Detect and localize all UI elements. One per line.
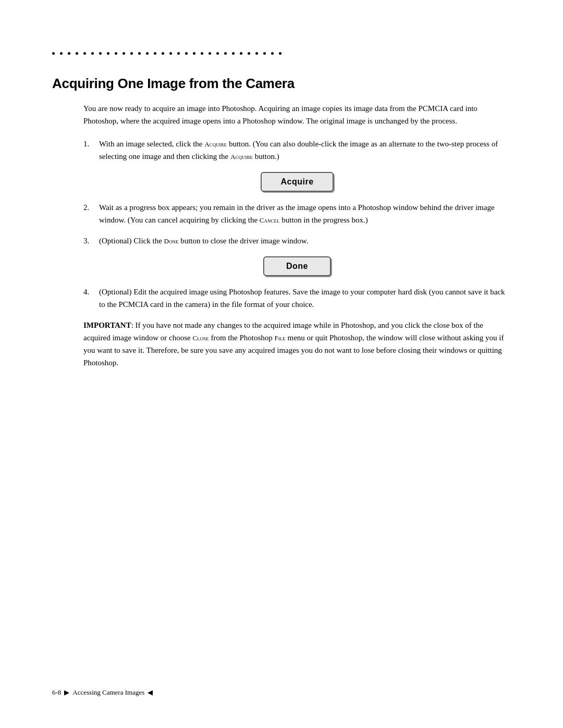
dot [209, 52, 211, 55]
dot [185, 52, 188, 55]
numbered-list-3: 4. (Optional) Edit the acquired image us… [83, 286, 511, 311]
footer-page-ref: 6-8 [52, 688, 61, 697]
cancel-smallcaps: Cancel [260, 216, 280, 224]
done-button-container: Done [83, 256, 511, 276]
acquire-smallcaps-1: Acquire [204, 140, 227, 148]
list-item-4: 4. (Optional) Edit the acquired image us… [83, 286, 511, 311]
dot [83, 52, 86, 55]
close-smallcaps: Close [193, 334, 209, 342]
acquire-button[interactable]: Acquire [261, 172, 333, 192]
dot [138, 52, 141, 55]
list-item: 1. With an image selected, click the Acq… [83, 138, 511, 163]
list-number-3: 3. [83, 235, 99, 247]
list-item-2: 2. Wait as a progress box appears; you r… [83, 201, 511, 226]
dot [216, 52, 219, 55]
important-block: IMPORTANT: If you have not made any chan… [83, 319, 511, 369]
list-item-2-content: Wait as a progress box appears; you rema… [99, 201, 511, 226]
list-number-2: 2. [83, 201, 99, 214]
file-smallcaps: File [275, 334, 286, 342]
list-item-1-content: With an image selected, click the Acquir… [99, 138, 511, 163]
page: Acquiring One Image from the Camera You … [0, 0, 563, 728]
dot [193, 52, 195, 55]
dot [146, 52, 149, 55]
dot [154, 52, 156, 55]
list-number: 1. [83, 138, 99, 150]
list-number-4: 4. [83, 286, 99, 298]
footer-arrow-left: ◀ [148, 688, 153, 697]
list-item-3: 3. (Optional) Click the Done button to c… [83, 235, 511, 247]
dot [130, 52, 133, 55]
dot [255, 52, 258, 55]
important-text-2: from the Photoshop [209, 334, 275, 342]
important-label: IMPORTANT [83, 321, 131, 329]
dot [248, 52, 250, 55]
dot [271, 52, 274, 55]
dot [68, 52, 70, 55]
list-item-3-content: (Optional) Click the Done button to clos… [99, 235, 511, 247]
dot [107, 52, 109, 55]
dot [169, 52, 172, 55]
dot [76, 52, 78, 55]
footer-section-name: Accessing Camera Images [72, 688, 144, 697]
footer-arrow-right: ▶ [64, 688, 69, 697]
dot [60, 52, 63, 55]
section-title: Acquiring One Image from the Camera [52, 76, 511, 92]
dot [201, 52, 203, 55]
intro-paragraph: You are now ready to acquire an image in… [83, 102, 511, 127]
dot [115, 52, 117, 55]
dot-divider [52, 42, 511, 55]
dot [123, 52, 125, 55]
done-smallcaps: Done [164, 237, 179, 245]
dot [162, 52, 164, 55]
dot [52, 52, 55, 55]
footer: 6-8 ▶ Accessing Camera Images ◀ [52, 688, 153, 697]
acquire-smallcaps-2: Acquire [230, 153, 253, 161]
dot [91, 52, 94, 55]
numbered-list: 1. With an image selected, click the Acq… [83, 138, 511, 163]
dot [232, 52, 235, 55]
content-area: You are now ready to acquire an image in… [83, 102, 511, 369]
dot [240, 52, 242, 55]
acquire-button-container: Acquire [83, 172, 511, 192]
dot [224, 52, 227, 55]
dot [279, 52, 282, 55]
list-item-4-content: (Optional) Edit the acquired image using… [99, 286, 511, 311]
numbered-list-2: 2. Wait as a progress box appears; you r… [83, 201, 511, 247]
done-button[interactable]: Done [263, 256, 331, 276]
dot [263, 52, 266, 55]
dot [99, 52, 102, 55]
dot [177, 52, 180, 55]
